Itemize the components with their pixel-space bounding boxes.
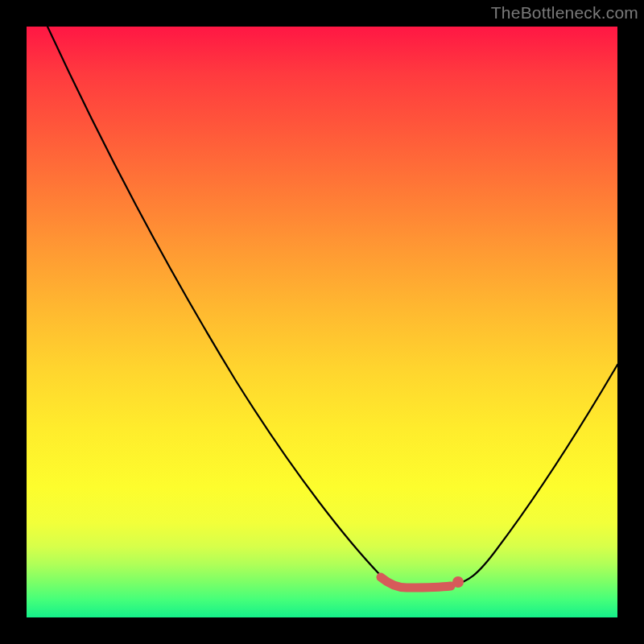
chart-frame: TheBottleneck.com (0, 0, 644, 644)
plot-area (27, 27, 617, 617)
optimal-range-marker (27, 27, 617, 617)
optimal-end-dot (452, 576, 464, 588)
attribution-label: TheBottleneck.com (491, 3, 638, 23)
